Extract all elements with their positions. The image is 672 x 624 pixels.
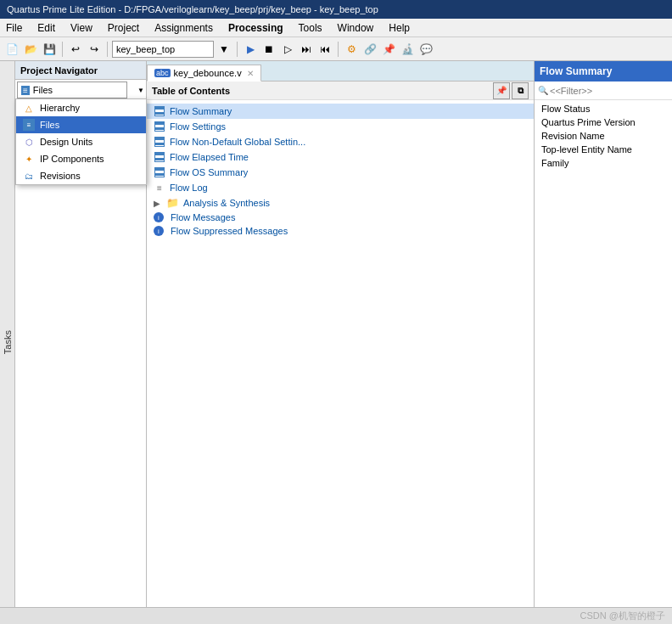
dropdown-item-revisions[interactable]: 🗂 Revisions (16, 167, 146, 184)
main-area: Tasks Project Navigator ≡ Files ▼ △ Hier… (0, 61, 672, 624)
toc-item-flow-log[interactable]: ≡ Flow Log (147, 180, 534, 195)
toc-label-flow-log: Flow Log (170, 183, 208, 193)
dropdown-item-design-units[interactable]: ⬡ Design Units (16, 133, 146, 150)
toc-label-flow-os: Flow OS Summary (170, 167, 248, 177)
toc-content: Flow Summary Flow Settings Flow Non-Defa… (147, 100, 534, 241)
menu-tools[interactable]: Tools (296, 21, 325, 35)
flow-item-1[interactable]: Quartus Prime Version (535, 115, 672, 129)
toc-text-icon-0: ≡ (154, 182, 165, 194)
flow-item-4[interactable]: Family (535, 156, 672, 170)
nav-dropdown-selected: Files (33, 85, 53, 95)
tab-abc-icon: abc (154, 69, 171, 77)
toc-label-flow-non-default: Flow Non-Default Global Settin... (170, 137, 305, 147)
design-units-icon: ⬡ (23, 136, 35, 148)
toc-label-flow-messages: Flow Messages (171, 212, 235, 222)
redo-icon[interactable]: ↪ (86, 41, 103, 58)
toolbar: 📄 📂 💾 ↩ ↪ ▼ ▶ ⏹ ▷ ⏭ ⏮ ⚙ 🔗 📌 🔬 💬 (0, 37, 672, 61)
project-navigator: Project Navigator ≡ Files ▼ △ Hierarchy … (15, 61, 147, 624)
title-text: Quartus Prime Lite Edition - D:/FPGA/ver… (7, 4, 378, 14)
toc-item-flow-os[interactable]: Flow OS Summary (147, 165, 534, 180)
toolbar-sep-3 (237, 42, 238, 57)
toc-float-btn[interactable]: ⧉ (512, 82, 529, 99)
messages-icon[interactable]: 💬 (417, 41, 434, 58)
toc-item-flow-settings[interactable]: Flow Settings (147, 119, 534, 134)
save-icon[interactable]: 💾 (41, 41, 58, 58)
stop-icon[interactable]: ⏹ (260, 41, 277, 58)
project-nav-title: Project Navigator (20, 65, 98, 76)
nav-dropdown-container: ≡ Files ▼ △ Hierarchy ≡ Files ⬡ Design U… (15, 80, 146, 101)
dropdown-arrow-icon[interactable]: ▼ (216, 41, 232, 58)
toc-label-flow-elapsed: Flow Elapsed Time (170, 152, 249, 162)
toc-table-icon-2 (154, 136, 165, 148)
flow-item-3[interactable]: Top-level Entity Name (535, 143, 672, 156)
step-icon[interactable]: ⏭ (298, 41, 315, 58)
open-icon[interactable]: 📂 (22, 41, 39, 58)
toc-pin-btn[interactable]: 📌 (493, 82, 510, 99)
flow-summary-header: Flow Summary (535, 61, 672, 82)
flow-item-2[interactable]: Revision Name (535, 129, 672, 143)
dropdown-item-hierarchy[interactable]: △ Hierarchy (16, 99, 146, 116)
menu-edit[interactable]: Edit (35, 21, 58, 35)
nav-dropdown-button[interactable]: ≡ Files ▼ (17, 82, 127, 98)
toolbar-sep-1 (62, 42, 63, 57)
dropdown-item-design-units-label: Design Units (40, 137, 92, 147)
project-name-input[interactable] (112, 41, 214, 58)
run-icon[interactable]: ▷ (279, 41, 296, 58)
nav-dropdown-arrow: ▼ (137, 87, 144, 94)
toc-header: Table of Contents 📌 ⧉ (147, 82, 534, 100)
toolbar-sep-4 (338, 42, 339, 57)
tab-close-0[interactable]: ✕ (247, 69, 254, 78)
tab-label-0: key_debounce.v (174, 68, 242, 78)
tasks-label: Tasks (3, 330, 13, 354)
hierarchy-icon[interactable]: 🔗 (361, 41, 378, 58)
right-panel: Flow Summary 🔍 Flow Status Quartus Prime… (535, 61, 672, 624)
flow-item-0[interactable]: Flow Status (535, 102, 672, 115)
toc-label-flow-settings: Flow Settings (170, 121, 226, 132)
rewind-icon[interactable]: ⏮ (316, 41, 333, 58)
flow-summary-title: Flow Summary (540, 65, 612, 77)
toc-table-icon-1 (154, 121, 165, 132)
compile-icon[interactable]: ▶ (242, 41, 259, 58)
dropdown-item-ip-components[interactable]: ✦ IP Components (16, 150, 146, 167)
undo-icon[interactable]: ↩ (67, 41, 84, 58)
nav-dropdown-menu: △ Hierarchy ≡ Files ⬡ Design Units ✦ IP … (15, 98, 147, 185)
menu-file[interactable]: File (3, 21, 25, 35)
menu-assignments[interactable]: Assignments (152, 21, 216, 35)
menu-project[interactable]: Project (105, 21, 142, 35)
flow-items: Flow Status Quartus Prime Version Revisi… (535, 100, 672, 171)
toc-info-icon-1: i (154, 226, 164, 236)
toc-item-flow-suppressed[interactable]: i Flow Suppressed Messages (147, 224, 534, 238)
filter-input[interactable] (550, 86, 669, 96)
toolbar-sep-2 (107, 42, 108, 57)
menu-window[interactable]: Window (335, 21, 377, 35)
settings-icon[interactable]: ⚙ (343, 41, 360, 58)
toc-item-flow-messages[interactable]: i Flow Messages (147, 211, 534, 224)
toc-item-flow-non-default[interactable]: Flow Non-Default Global Settin... (147, 134, 534, 149)
status-bar: CSDN @机智的橙子 (0, 607, 672, 624)
toc-table-icon-0 (154, 105, 165, 117)
toc-table-icon-4 (154, 166, 165, 178)
assign-icon[interactable]: 📌 (380, 41, 397, 58)
toc-folder-icon: 📁 (166, 197, 179, 209)
project-nav-header: Project Navigator (15, 61, 146, 80)
dropdown-item-ip-label: IP Components (40, 154, 104, 164)
revisions-icon: 🗂 (23, 170, 35, 182)
dropdown-item-hierarchy-label: Hierarchy (40, 103, 80, 113)
tasks-sidebar: Tasks (0, 61, 15, 624)
dropdown-item-files[interactable]: ≡ Files (16, 116, 146, 133)
toc-actions: 📌 ⧉ (493, 82, 529, 99)
toc-item-flow-summary[interactable]: Flow Summary (147, 104, 534, 119)
toc-item-analysis-synthesis[interactable]: ▶ 📁 Analysis & Synthesis (147, 195, 534, 211)
analyze-icon[interactable]: 🔬 (399, 41, 416, 58)
new-icon[interactable]: 📄 (3, 41, 20, 58)
toc-item-flow-elapsed[interactable]: Flow Elapsed Time (147, 149, 534, 165)
menu-processing[interactable]: Processing (226, 21, 286, 35)
dropdown-item-files-label: Files (40, 120, 59, 130)
tab-bar: abc key_debounce.v ✕ (147, 61, 534, 82)
filter-bar: 🔍 (535, 82, 672, 100)
menu-help[interactable]: Help (386, 21, 412, 35)
tab-key-debounce[interactable]: abc key_debounce.v ✕ (147, 65, 261, 82)
ip-components-icon: ✦ (23, 153, 35, 165)
toc-title: Table of Contents (152, 86, 230, 96)
menu-view[interactable]: View (68, 21, 95, 35)
